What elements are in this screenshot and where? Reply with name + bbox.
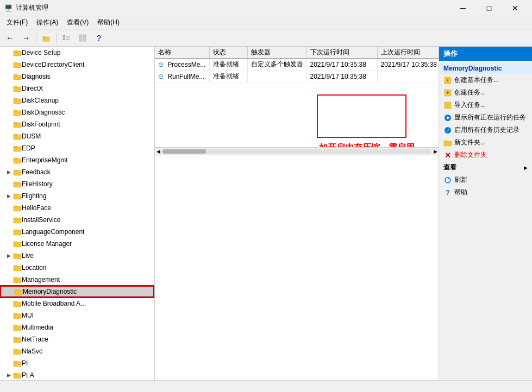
menu-file[interactable]: 文件(F): [2, 17, 32, 28]
sidebar-item-diskdiagnostic[interactable]: DiskDiagnostic: [0, 106, 154, 118]
task-table: 名称 状态 触发器 下次运行时间 上次运行时间 上 ⊙: [155, 47, 439, 83]
sidebar-label-installservice: InstallService: [22, 216, 60, 224]
sidebar-item-diagnosis[interactable]: Diagnosis: [0, 71, 154, 83]
action-enable-history[interactable]: ✓ 启用所有任务历史记录: [439, 124, 532, 136]
folder-up-icon: [42, 34, 50, 42]
expand-icon: [4, 275, 13, 284]
sidebar-item-languagecomponent[interactable]: LanguageComponent: [0, 226, 154, 238]
expand-icon: [4, 216, 13, 224]
svg-rect-59: [14, 337, 17, 339]
action-help[interactable]: ? 帮助: [439, 186, 532, 199]
sidebar-item-pi[interactable]: PI: [0, 357, 154, 369]
forward-button[interactable]: →: [18, 31, 34, 45]
hscroll-thumb[interactable]: [162, 149, 206, 154]
show-tree-button[interactable]: [59, 31, 74, 45]
sidebar-item-licensemanager[interactable]: License Manager: [0, 238, 154, 250]
folder-icon: [13, 96, 22, 105]
expand-icon-pla: ▶: [4, 371, 13, 380]
menu-help[interactable]: 帮助(H): [93, 17, 124, 28]
menu-bar: 文件(F) 操作(A) 查看(V) 帮助(H): [0, 16, 532, 29]
tree-icon: [62, 34, 70, 42]
col-last-run[interactable]: 上次运行时间: [377, 47, 439, 59]
sidebar-item-nettrace[interactable]: NetTrace: [0, 333, 154, 345]
sidebar-item-diskfootprint[interactable]: DiskFootprint: [0, 118, 154, 130]
cell-status-2: 准备就绪: [209, 71, 247, 83]
content-split: 名称 状态 触发器 下次运行时间 上次运行时间 上 ⊙: [155, 47, 532, 380]
sidebar-item-installservice[interactable]: InstallService: [0, 214, 154, 226]
up-button[interactable]: [39, 31, 54, 45]
svg-rect-8: [79, 39, 82, 41]
sidebar-item-live[interactable]: ▶ Live: [0, 250, 154, 262]
annotation-box: [317, 94, 406, 138]
title-bar-left: 🖥️ 计算机管理: [4, 3, 48, 12]
sidebar-item-nlasvc[interactable]: NlaSvc: [0, 345, 154, 357]
create-basic-task-icon: +: [443, 76, 452, 85]
sidebar-item-enterprisemgmt[interactable]: EnterpriseMgmt: [0, 154, 154, 166]
svg-rect-21: [14, 110, 17, 112]
sidebar-label-device-setup: Device Setup: [22, 49, 60, 56]
folder-icon: [13, 311, 22, 320]
sidebar-label-licensemanager: License Manager: [22, 240, 72, 248]
sidebar-item-devicedirectoryclient[interactable]: DeviceDirectoryClient: [0, 59, 154, 71]
sidebar-label-helloface: HelloFace: [22, 204, 51, 212]
sidebar-item-diskcleanup[interactable]: DiskCleanup: [0, 94, 154, 106]
refresh-icon: [443, 176, 452, 185]
sidebar-item-edp[interactable]: EDP: [0, 142, 154, 154]
sidebar-item-filehistory[interactable]: FileHistory: [0, 178, 154, 190]
sidebar-item-device-setup[interactable]: Device Setup: [0, 47, 154, 59]
menu-action[interactable]: 操作(A): [32, 17, 62, 28]
folder-icon: [13, 84, 22, 93]
action-new-folder[interactable]: 新文件夹...: [439, 136, 532, 149]
sidebar-item-feedback[interactable]: ▶ Feedback: [0, 166, 154, 178]
col-name[interactable]: 名称: [155, 47, 209, 59]
minimize-button[interactable]: ─: [450, 2, 475, 15]
sidebar-item-mui[interactable]: MUI: [0, 309, 154, 321]
sidebar-label-edp: EDP: [22, 144, 35, 152]
sidebar-item-dusm[interactable]: DUSM: [0, 130, 154, 142]
maximize-button[interactable]: □: [477, 2, 502, 15]
create-task-icon: +: [443, 88, 452, 97]
close-button[interactable]: ✕: [503, 2, 528, 15]
action-delete-folder[interactable]: ✕ 删除文件夹: [439, 149, 532, 161]
sidebar-item-helloface[interactable]: HelloFace: [0, 202, 154, 214]
sidebar-item-memorydiagnostic[interactable]: MemoryDiagnostic: [0, 286, 154, 298]
scroll-right-btn[interactable]: ▶: [432, 148, 439, 155]
sidebar-item-multimedia[interactable]: Multimedia: [0, 321, 154, 333]
action-show-running-tasks[interactable]: 显示所有正在运行的任务: [439, 111, 532, 124]
expand-icon: [4, 156, 13, 165]
action-create-task[interactable]: + 创建任务...: [439, 86, 532, 99]
help-toolbar-button[interactable]: ?: [91, 31, 107, 45]
sidebar-item-location[interactable]: Location: [0, 262, 154, 274]
folder-icon: [13, 227, 22, 236]
sidebar-item-flighting[interactable]: ▶ Flighting: [0, 190, 154, 202]
folder-icon: [13, 275, 22, 284]
table-row[interactable]: ⊙ RunFullMe... 准备就绪 2021/9/17 10:35:38 拔: [155, 71, 439, 83]
sidebar-item-management[interactable]: Management: [0, 274, 154, 286]
sidebar-item-pla[interactable]: ▶ PLA: [0, 369, 154, 380]
action-import-task[interactable]: ↓ 导入任务...: [439, 99, 532, 111]
menu-view[interactable]: 查看(V): [62, 17, 93, 28]
sidebar-tree[interactable]: Device Setup DeviceDirectoryClient Diagn…: [0, 47, 155, 380]
table-row[interactable]: ⊙ ProcessMe... 准备就绪 自定义多个触发器 2021/9/17 1…: [155, 59, 439, 71]
right-panel: 操作 MemoryDiagnostic + 创建基本任务... +: [439, 47, 532, 380]
action-create-basic-task[interactable]: + 创建基本任务...: [439, 74, 532, 86]
scroll-left-btn[interactable]: ◀: [155, 148, 161, 155]
folder-icon: [13, 239, 22, 248]
table-hscrollbar[interactable]: ◀ ▶: [155, 147, 439, 155]
sidebar-label-pi: PI: [22, 359, 28, 367]
svg-rect-19: [14, 98, 17, 100]
col-trigger[interactable]: 触发器: [247, 47, 306, 59]
action-view[interactable]: 查看 ▶: [439, 161, 532, 174]
svg-rect-79: [444, 141, 447, 142]
col-next-run[interactable]: 下次运行时间: [306, 47, 377, 59]
view-button[interactable]: [75, 31, 90, 45]
svg-rect-15: [14, 74, 17, 76]
svg-rect-9: [83, 39, 86, 41]
delete-folder-icon: ✕: [443, 151, 452, 160]
sidebar-item-directx[interactable]: DirectX: [0, 83, 154, 94]
col-status[interactable]: 状态: [209, 47, 247, 59]
back-button[interactable]: ←: [2, 31, 17, 45]
folder-icon: [13, 204, 22, 212]
sidebar-item-mobilebroadband[interactable]: Mobile Broadband A...: [0, 298, 154, 309]
action-refresh[interactable]: 刷新: [439, 174, 532, 186]
